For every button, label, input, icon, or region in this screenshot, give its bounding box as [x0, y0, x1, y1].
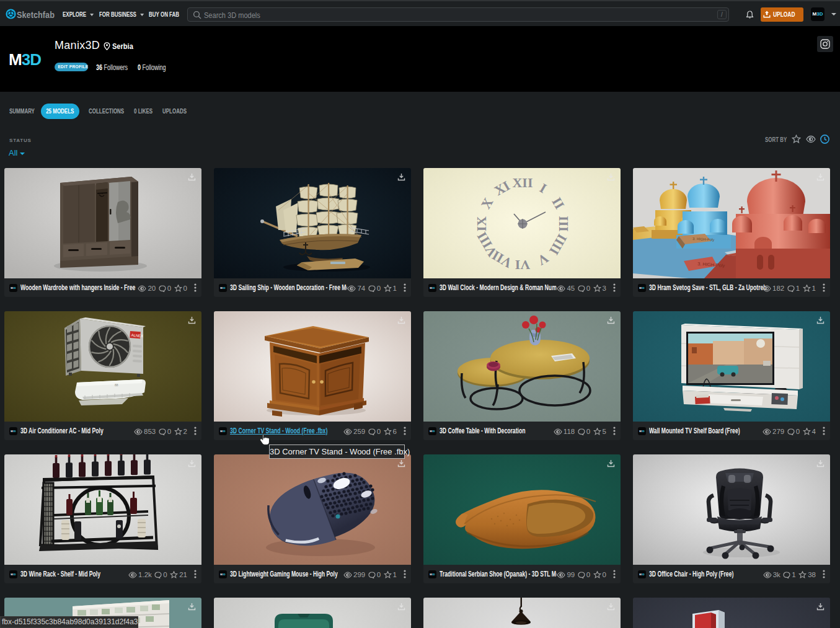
svg-text:88: 88 — [115, 383, 118, 387]
svg-text:III: III — [556, 216, 572, 232]
svg-text:XII: XII — [512, 175, 533, 190]
svg-text:VI: VI — [515, 257, 530, 273]
svg-text:IX: IX — [474, 216, 489, 232]
